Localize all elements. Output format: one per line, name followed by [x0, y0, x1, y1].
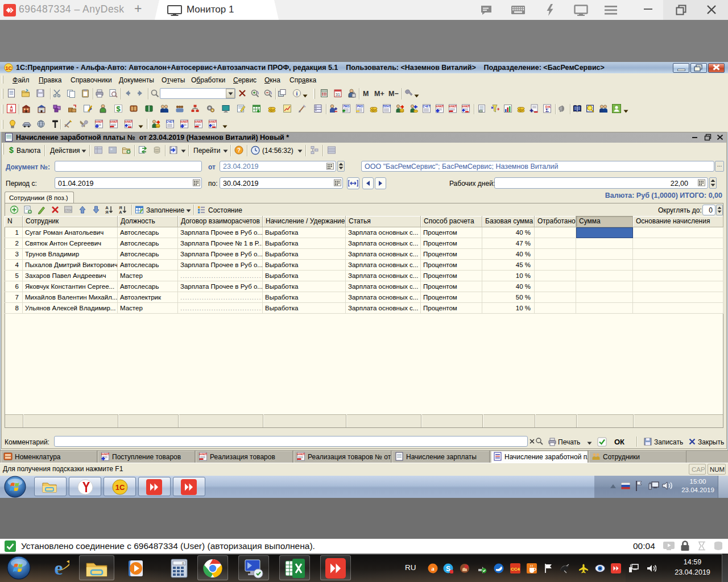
svg-text:СТОК: СТОК: [65, 209, 72, 212]
svg-text:Σ: Σ: [545, 107, 549, 113]
svg-text:?: ?: [237, 147, 241, 153]
svg-text:НАКЛ: НАКЛ: [95, 120, 103, 123]
svg-text:НАКЛ: НАКЛ: [125, 120, 133, 123]
svg-text:НАКЛ: НАКЛ: [101, 452, 109, 456]
svg-text:ПКО: ПКО: [344, 105, 350, 108]
svg-text:НАКЛ: НАКЛ: [180, 120, 188, 123]
svg-text:НАКЛ: НАКЛ: [195, 120, 202, 123]
svg-text:НАКЛ: НАКЛ: [297, 452, 305, 456]
svg-text:СЧЕТ: СЧЕТ: [423, 105, 430, 108]
svg-text:СЧЕТ: СЧЕТ: [166, 120, 173, 123]
svg-text:НАКЛ: НАКЛ: [209, 120, 217, 123]
svg-text:НАКЛ: НАКЛ: [462, 105, 470, 108]
svg-text:НАКЛ: НАКЛ: [110, 120, 118, 123]
svg-text:e: e: [54, 558, 63, 579]
svg-text:Я: Я: [105, 210, 108, 214]
svg-text:31: 31: [336, 93, 340, 97]
svg-text:i: i: [296, 90, 298, 97]
svg-text:НАКЛ: НАКЛ: [199, 452, 207, 456]
svg-text:1C: 1C: [5, 65, 12, 71]
svg-text:А: А: [119, 210, 122, 214]
svg-text:М: М: [10, 109, 13, 113]
svg-text:CC4: CC4: [511, 567, 520, 572]
svg-text:$: $: [116, 105, 121, 113]
svg-text:НАКЛ: НАКЛ: [436, 105, 444, 108]
svg-text:a: a: [431, 565, 435, 572]
svg-text:ПЛАТ: ПЛАТ: [383, 105, 391, 108]
svg-text:НАКЛ: НАКЛ: [449, 105, 457, 108]
svg-text:РКО: РКО: [357, 105, 363, 108]
svg-text:1С: 1С: [115, 483, 125, 492]
svg-text:$: $: [9, 146, 14, 155]
